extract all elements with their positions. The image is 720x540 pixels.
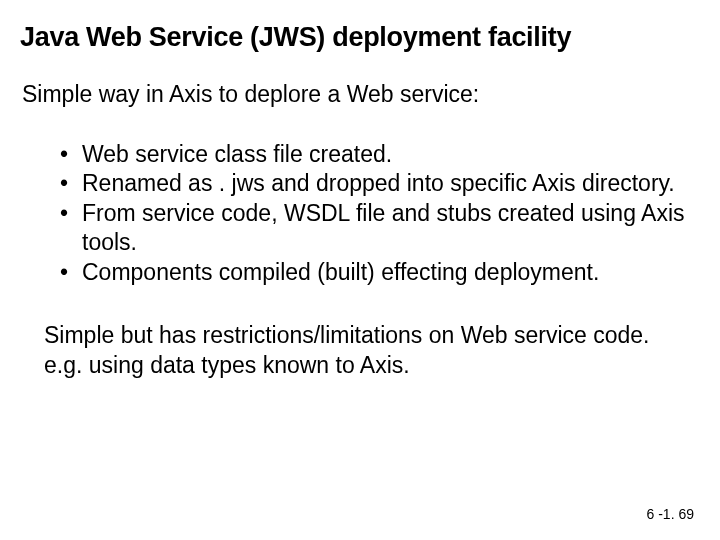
list-item: Web service class file created.: [60, 140, 700, 169]
page-number: 6 -1. 69: [647, 506, 694, 522]
list-item: Components compiled (built) effecting de…: [60, 258, 700, 287]
slide-title: Java Web Service (JWS) deployment facili…: [20, 22, 700, 53]
list-item: From service code, WSDL file and stubs c…: [60, 199, 700, 258]
bullet-list: Web service class file created. Renamed …: [20, 140, 700, 287]
intro-text: Simple way in Axis to deplore a Web serv…: [20, 81, 700, 108]
closing-text: Simple but has restrictions/limitations …: [20, 321, 700, 380]
list-item: Renamed as . jws and dropped into specif…: [60, 169, 700, 198]
